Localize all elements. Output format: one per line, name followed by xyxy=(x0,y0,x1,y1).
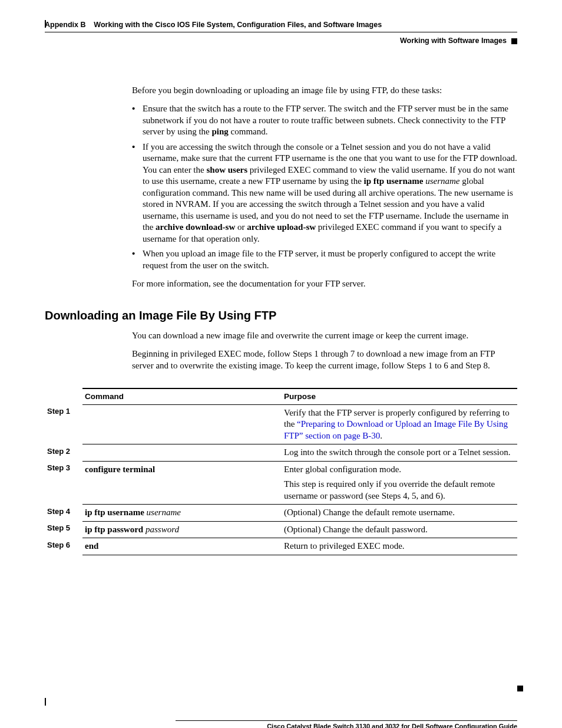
bullet-item: When you upload an image file to the FTP… xyxy=(132,248,517,271)
bullet-item: Ensure that the switch has a route to th… xyxy=(132,103,517,138)
purpose-cell: Verify that the FTP server is properly c… xyxy=(282,404,517,444)
command-cell xyxy=(82,444,282,462)
purpose-cell: Enter global configuration mode. This st… xyxy=(282,461,517,505)
appendix-label: Appendix B xyxy=(45,21,85,29)
purpose-cell: Return to privileged EXEC mode. xyxy=(282,538,517,555)
xref-link[interactable]: “Preparing to Download or Upload an Imag… xyxy=(284,419,508,440)
intro-paragraph: Before you begin downloading or uploadin… xyxy=(132,85,517,97)
step-label: Step 3 xyxy=(45,461,82,505)
step-label: Step 5 xyxy=(45,521,82,538)
step-label: Step 6 xyxy=(45,538,82,555)
purpose-cell: (Optional) Change the default password. xyxy=(282,521,517,538)
command-cell: end xyxy=(82,538,282,555)
bullet-item: If you are accessing the switch through … xyxy=(132,141,517,245)
command-cell: configure terminal xyxy=(82,461,282,505)
step-label: Step 2 xyxy=(45,444,82,462)
purpose-cell: (Optional) Change the default remote use… xyxy=(282,505,517,522)
purpose-cell: Log into the switch through the console … xyxy=(282,444,517,462)
section-header: Working with Software Images xyxy=(45,36,517,45)
command-cell: ip ftp username username xyxy=(82,505,282,522)
running-header: Appendix B Working with the Cisco IOS Fi… xyxy=(45,20,517,29)
section-paragraph: Beginning in privileged EXEC mode, follo… xyxy=(132,348,517,371)
task-list: Ensure that the switch has a route to th… xyxy=(132,103,517,271)
col-purpose: Purpose xyxy=(282,388,517,404)
chapter-title: Working with the Cisco IOS File System, … xyxy=(94,21,382,29)
steps-table: Command Purpose Step 1 Verify that the F… xyxy=(45,388,517,555)
command-cell: ip ftp password password xyxy=(82,521,282,538)
footer-guide-title: Cisco Catalyst Blade Switch 3130 and 303… xyxy=(45,722,517,728)
step-label: Step 4 xyxy=(45,505,82,522)
section-heading: Downloading an Image File By Using FTP xyxy=(45,308,517,323)
col-command: Command xyxy=(82,388,282,404)
step-label: Step 1 xyxy=(45,404,82,444)
closing-paragraph: For more information, see the documentat… xyxy=(132,278,517,290)
command-cell xyxy=(82,404,282,444)
section-paragraph: You can download a new image file and ov… xyxy=(132,330,517,342)
